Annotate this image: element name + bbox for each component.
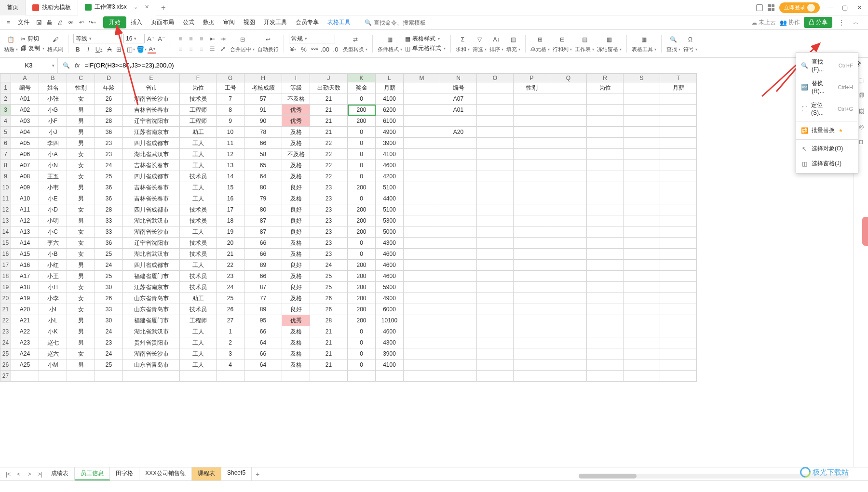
cell[interactable]: 山东省青岛市 [123,293,180,304]
cut-button[interactable]: ✂剪切 [21,35,44,43]
cell[interactable]: 四川省成都市 [123,138,180,149]
row-header[interactable]: 24 [0,337,11,348]
cell[interactable]: 助工 [180,127,217,138]
cell[interactable] [624,193,660,204]
cell[interactable]: 男 [67,337,95,348]
header-cell[interactable]: 编号 [11,82,39,93]
cell[interactable] [550,293,587,304]
cell[interactable]: 200 [348,215,376,226]
cell[interactable] [477,371,514,382]
cell[interactable]: 26 [95,93,123,105]
cell[interactable]: A24 [11,348,39,359]
cell[interactable] [39,371,67,382]
cell[interactable] [404,204,440,215]
cell[interactable] [550,93,587,105]
cell[interactable] [514,193,550,204]
apps-icon[interactable] [768,4,774,11]
row-header[interactable]: 20 [0,293,11,304]
symbol-group[interactable]: Ω符号▾ [683,30,697,57]
cell[interactable] [587,304,624,315]
align-top-icon[interactable]: ≡ [176,34,185,43]
cell[interactable] [477,105,514,116]
row-header[interactable]: 7 [0,149,11,160]
cell[interactable] [404,282,440,293]
header-cell[interactable]: 省市 [123,82,180,93]
cell[interactable] [477,238,514,249]
cell[interactable]: 技术员 [180,215,217,226]
sheet-tab[interactable]: XXX公司销售额 [139,467,192,480]
row-header[interactable]: 5 [0,127,11,138]
maximize-button[interactable]: ▢ [839,4,851,11]
cell[interactable] [550,371,587,382]
cell[interactable]: 4900 [376,293,404,304]
cell[interactable] [514,160,550,171]
cell[interactable]: 23 [95,138,123,149]
cell[interactable] [660,93,697,105]
cell[interactable] [404,138,440,149]
cell[interactable]: 7 [217,93,244,105]
cell[interactable] [660,116,697,127]
row-header[interactable]: 22 [0,315,11,326]
col-header[interactable]: O [477,74,514,82]
cell[interactable]: 工人 [180,138,217,149]
cell[interactable]: 湖北省武汉市 [123,149,180,160]
cell[interactable]: 66 [244,271,282,282]
cell[interactable]: 4600 [376,271,404,282]
cell[interactable]: 技术员 [180,282,217,293]
cell[interactable] [660,260,697,271]
tab-workbook[interactable]: 工作簿3.xlsx⌄✕ [78,0,156,15]
cell[interactable]: 工程师 [180,105,217,116]
cell[interactable]: 21 [310,93,348,105]
cell[interactable]: 及格 [282,127,310,138]
cell[interactable] [660,149,697,160]
redo-icon[interactable]: ↷▾ [87,17,97,28]
cell[interactable]: 王五 [39,171,67,182]
menu-formula[interactable]: 公式 [178,16,199,28]
cell[interactable]: A20 [440,127,477,138]
cell[interactable]: A08 [11,171,39,182]
cell[interactable]: A14 [11,238,39,249]
cell[interactable] [440,271,477,282]
cell[interactable]: 4600 [376,326,404,337]
cell[interactable]: 男 [67,138,95,149]
cell[interactable]: 26 [310,293,348,304]
cell[interactable]: 22 [310,160,348,171]
cell[interactable]: 女 [67,204,95,215]
cell[interactable] [404,371,440,382]
col-header[interactable]: N [440,74,477,82]
paste-group[interactable]: 📋粘贴▾ [4,30,18,57]
cell[interactable]: 80 [244,204,282,215]
row-header[interactable]: 13 [0,215,11,226]
cell[interactable]: 23 [310,215,348,226]
cell[interactable]: 200 [348,260,376,271]
cell[interactable]: 及格 [282,238,310,249]
cell[interactable] [404,238,440,249]
cell[interactable] [660,182,697,193]
cell[interactable] [550,359,587,371]
cell[interactable]: 21 [310,127,348,138]
type-convert[interactable]: ⇄类型转换▾ [343,30,367,57]
cell[interactable] [660,238,697,249]
cell[interactable]: 28 [95,116,123,127]
cell[interactable] [477,293,514,304]
cell[interactable] [477,138,514,149]
cell[interactable]: 24 [95,326,123,337]
cell[interactable]: 89 [244,304,282,315]
cell[interactable]: A10 [11,193,39,204]
fx-icon[interactable]: fx [75,62,80,69]
cell[interactable] [440,116,477,127]
cell[interactable] [514,326,550,337]
col-header[interactable]: T [660,74,697,82]
cell[interactable] [282,371,310,382]
cell[interactable] [660,138,697,149]
cell[interactable]: 66 [244,249,282,260]
cell[interactable] [660,193,697,204]
cell[interactable] [440,182,477,193]
cell[interactable]: 3900 [376,138,404,149]
cell[interactable]: 12 [217,149,244,160]
cell[interactable]: A13 [11,226,39,238]
cell[interactable] [550,215,587,226]
cell[interactable]: 27 [217,315,244,326]
cell[interactable] [440,204,477,215]
cell[interactable]: 36 [95,127,123,138]
